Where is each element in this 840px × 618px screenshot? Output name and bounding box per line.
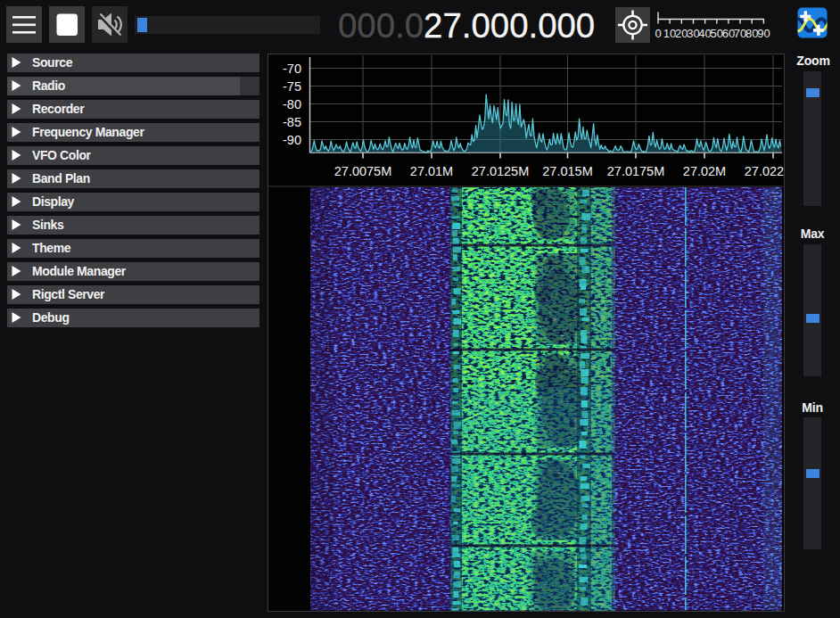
svg-text:-85: -85: [283, 115, 301, 129]
svg-text:27.01M: 27.01M: [410, 164, 453, 178]
svg-text:27.0075M: 27.0075M: [334, 164, 392, 178]
svg-text:27.0175M: 27.0175M: [607, 164, 665, 178]
svg-text:-80: -80: [283, 97, 301, 111]
svg-text:27.0125M: 27.0125M: [472, 164, 530, 178]
svg-text:27.0225M: 27.0225M: [745, 164, 803, 178]
svg-text:27.015M: 27.015M: [542, 164, 592, 178]
svg-text:-75: -75: [283, 79, 301, 94]
svg-text:-90: -90: [283, 133, 301, 147]
svg-text:27.02M: 27.02M: [683, 164, 726, 178]
svg-text:-70: -70: [283, 62, 301, 76]
